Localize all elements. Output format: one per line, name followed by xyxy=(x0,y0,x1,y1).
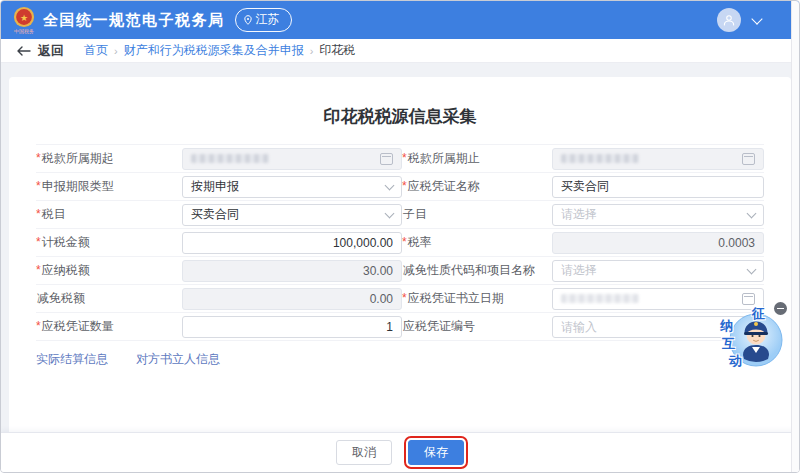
footer-action-bar: 取消 保存 xyxy=(1,432,799,472)
breadcrumb-separator: › xyxy=(114,45,118,57)
person-icon xyxy=(721,12,737,28)
tax-assistant-widget[interactable]: 征 纳 互 动 xyxy=(715,301,787,371)
chevron-down-icon[interactable] xyxy=(751,13,762,24)
field-label: 子目 xyxy=(402,206,552,223)
field-label: *税率 xyxy=(402,234,552,251)
top-header-bar: ★ 中国税务 全国统一规范电子税务局 江苏 xyxy=(1,1,799,39)
form-row: 减免税额 *应税凭证书立日期 xyxy=(36,285,764,313)
assistant-char: 纳 xyxy=(720,317,733,335)
field-label: *税目 xyxy=(36,206,182,223)
content-area: 印花税税源信息采集 *税款所属期起 *税款所属期止 *申报期限类型 按期申报 *… xyxy=(1,63,799,434)
form-row: *申报期限类型 按期申报 *应税凭证名称 xyxy=(36,173,764,201)
back-button[interactable]: 返回 xyxy=(17,42,64,60)
field-label: *应税凭证书立日期 xyxy=(402,290,552,307)
national-emblem-logo: ★ 中国税务 xyxy=(13,6,35,34)
tax-period-start-field xyxy=(182,148,402,170)
field-label: *计税金额 xyxy=(36,234,182,251)
vertical-scrollbar[interactable] xyxy=(791,1,799,472)
minus-icon xyxy=(777,308,784,310)
redacted-value xyxy=(561,154,639,163)
voucher-count-input[interactable] xyxy=(182,316,402,338)
field-label: *税款所属期止 xyxy=(402,150,552,167)
sub-item-select[interactable]: 请选择 xyxy=(552,204,764,226)
breadcrumb: 首页 › 财产和行为税税源采集及合并申报 › 印花税 xyxy=(84,42,355,59)
tax-item-select[interactable]: 买卖合同 xyxy=(182,204,402,226)
redacted-value xyxy=(191,154,269,163)
field-label: *应税凭证名称 xyxy=(402,178,552,195)
form-row: *应纳税额 减免性质代码和项目名称 请选择 xyxy=(36,257,764,285)
settlement-info-link[interactable]: 实际结算信息 xyxy=(36,351,108,368)
form-row: *税款所属期起 *税款所属期止 xyxy=(36,145,764,173)
svg-text:★: ★ xyxy=(20,13,28,23)
counterparty-info-link[interactable]: 对方书立人信息 xyxy=(136,351,220,368)
field-label: 减免税额 xyxy=(36,290,182,307)
assistant-char: 动 xyxy=(729,352,742,370)
form-row: *计税金额 *税率 xyxy=(36,229,764,257)
calendar-icon xyxy=(742,153,755,165)
section-links: 实际结算信息 对方书立人信息 xyxy=(36,351,764,368)
breadcrumb-home[interactable]: 首页 xyxy=(84,42,108,59)
calendar-icon xyxy=(380,153,393,165)
taxable-voucher-name-input[interactable] xyxy=(552,176,764,198)
page-title: 印花税税源信息采集 xyxy=(36,105,764,128)
arrow-left-icon xyxy=(17,46,31,56)
cancel-button[interactable]: 取消 xyxy=(336,440,392,465)
breadcrumb-separator: › xyxy=(310,45,314,57)
form-row: *税目 买卖合同 子目 请选择 xyxy=(36,201,764,229)
user-avatar[interactable] xyxy=(717,8,741,32)
app-title: 全国统一规范电子税务局 xyxy=(43,11,225,30)
app-window: ★ 中国税务 全国统一规范电子税务局 江苏 xyxy=(0,0,800,473)
minimize-widget-button[interactable] xyxy=(774,302,787,315)
tax-period-end-field xyxy=(552,148,764,170)
field-label: *申报期限类型 xyxy=(36,178,182,195)
field-label: 减免性质代码和项目名称 xyxy=(402,262,552,279)
stamp-tax-form: *税款所属期起 *税款所属期止 *申报期限类型 按期申报 *应税凭证名称 *税目… xyxy=(36,144,764,341)
region-badge[interactable]: 江苏 xyxy=(235,8,292,32)
breadcrumb-module[interactable]: 财产和行为税税源采集及合并申报 xyxy=(124,42,304,59)
field-label: *税款所属期起 xyxy=(36,150,182,167)
emblem-icon: ★ xyxy=(13,6,35,28)
tax-payable-field xyxy=(182,260,402,282)
chevron-down-icon xyxy=(747,264,757,274)
field-label: 应税凭证编号 xyxy=(402,318,552,335)
sub-nav-bar: 返回 首页 › 财产和行为税税源采集及合并申报 › 印花税 xyxy=(1,39,799,63)
topbar-right xyxy=(717,8,787,32)
reduction-code-select[interactable]: 请选择 xyxy=(552,260,764,282)
region-label: 江苏 xyxy=(256,11,280,28)
back-label: 返回 xyxy=(38,42,64,60)
save-button[interactable]: 保存 xyxy=(408,440,464,465)
tax-rate-field xyxy=(552,232,764,254)
chevron-down-icon xyxy=(385,208,395,218)
taxable-amount-input[interactable] xyxy=(182,232,402,254)
assistant-char: 互 xyxy=(722,335,735,353)
breadcrumb-current: 印花税 xyxy=(319,42,355,59)
logo-caption: 中国税务 xyxy=(14,29,34,34)
form-card: 印花税税源信息采集 *税款所属期起 *税款所属期止 *申报期限类型 按期申报 *… xyxy=(9,77,791,434)
chevron-down-icon xyxy=(385,180,395,190)
field-label: *应纳税额 xyxy=(36,262,182,279)
field-label: *应税凭证数量 xyxy=(36,318,182,335)
chevron-down-icon xyxy=(747,208,757,218)
location-pin-icon xyxy=(244,15,252,25)
reduction-amount-field xyxy=(182,288,402,310)
assistant-char: 征 xyxy=(752,305,765,323)
filing-term-type-select[interactable]: 按期申报 xyxy=(182,176,402,198)
redacted-value xyxy=(561,294,639,303)
form-row: *应税凭证数量 应税凭证编号 xyxy=(36,313,764,341)
